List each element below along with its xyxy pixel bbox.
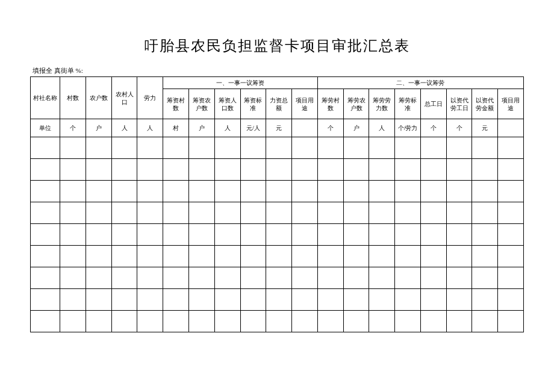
col-household-count: 农户数 [86,77,111,119]
table-row [31,224,524,246]
col-rural-population: 农村人口 [111,77,137,119]
col-village-count: 村数 [60,77,86,119]
unit-cell: 人 [214,119,240,137]
page-container: 吁胎县农民负担监督卡项目审批汇总表 填报全 真街单 %: 村社名称 村数 农户数… [0,0,554,356]
unit-cell [498,119,524,137]
table-row [31,159,524,181]
col-labor-standard: 筹劳标准 [395,89,421,119]
unit-cell: 个/劳力 [395,119,421,137]
col-labor-village: 筹劳村数 [317,89,343,119]
col-fund-household: 筹资农户数 [189,89,215,119]
col-total-workdays: 总工日 [420,89,446,119]
col-fund-usage: 项目用途 [292,89,318,119]
unit-cell: 户 [343,119,369,137]
col-labor-usage: 项目用途 [498,89,524,119]
unit-cell: 个 [60,119,86,137]
group-fundraising: 一、一事一议筹资 [163,77,318,89]
table-row [31,289,524,311]
unit-cell: 个 [446,119,472,137]
table-row [31,181,524,202]
unit-cell: 个 [420,119,446,137]
col-labor: 劳力 [137,77,163,119]
unit-cell: 个 [317,119,343,137]
unit-cell: 元/人 [240,119,266,137]
col-cash-amount: 以资代劳金额 [472,89,498,119]
unit-cell: 人 [111,119,137,137]
unit-cell: 元 [266,119,292,137]
col-fund-total: 力资总额 [266,89,292,119]
page-title: 吁胎县农民负担监督卡项目审批汇总表 [30,36,524,55]
table-row [31,246,524,267]
col-fund-village: 筹资村数 [163,89,189,119]
table-row [31,311,524,332]
col-fund-standard: 筹资标准 [240,89,266,119]
table-body [31,137,524,332]
summary-table: 村社名称 村数 农户数 农村人口 劳力 一、一事一议筹资 二、一事一议筹劳 筹资… [30,76,524,332]
report-unit-line: 填报全 真街单 %: [30,66,524,75]
col-fund-population: 筹资人口数 [214,89,240,119]
col-cash-workdays: 以资代劳工日 [446,89,472,119]
unit-cell: 户 [86,119,111,137]
col-labor-force: 筹劳劳力数 [369,89,395,119]
unit-cell [292,119,318,137]
unit-cell: 元 [472,119,498,137]
col-village-name: 村社名称 [31,77,60,119]
col-labor-household: 筹劳农户数 [343,89,369,119]
group-labor-raising: 二、一事一议筹劳 [317,77,523,89]
table-row [31,137,524,159]
unit-cell: 人 [369,119,395,137]
unit-cell: 人 [137,119,163,137]
unit-cell: 户 [189,119,215,137]
unit-label: 单位 [31,119,60,137]
unit-cell: 村 [163,119,189,137]
unit-row: 单位 个 户 人 人 村 户 人 元/人 元 个 户 人 个/劳力 个 个 元 [31,119,524,137]
table-row [31,267,524,289]
header-group-row: 村社名称 村数 农户数 农村人口 劳力 一、一事一议筹资 二、一事一议筹劳 [31,77,524,89]
table-row [31,202,524,224]
